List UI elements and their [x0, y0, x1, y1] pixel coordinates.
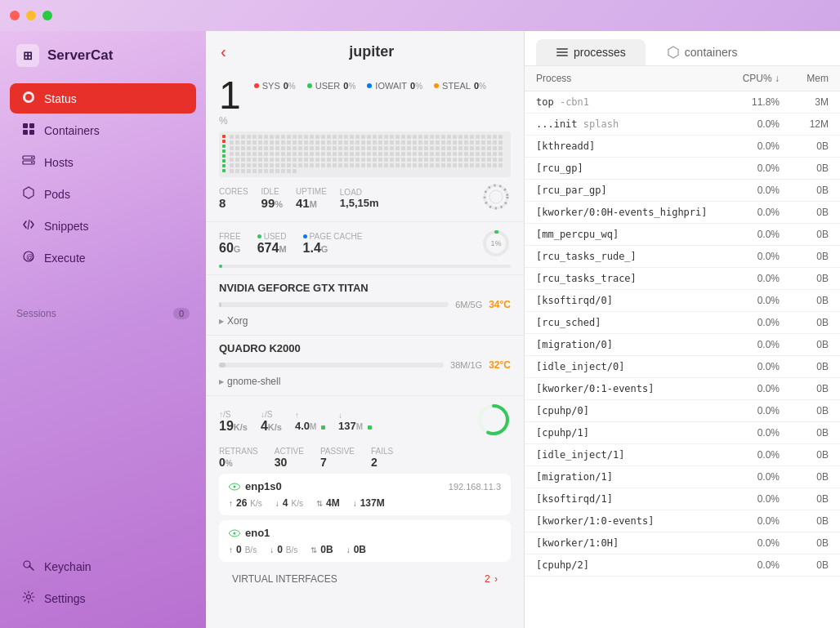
table-row[interactable]: top -cbn1 11.8% 3M: [525, 91, 840, 114]
sessions-badge: 0: [173, 308, 190, 319]
sidebar-item-status[interactable]: Status: [10, 83, 196, 114]
process-name-cell: [ksoftirqd/1]: [536, 493, 714, 505]
table-row[interactable]: [ksoftirqd/0] 0.0% 0B: [525, 290, 840, 312]
net-active: ACTIVE 30: [275, 447, 304, 469]
process-cpu-cell: 0.0%: [714, 207, 780, 218]
iowait-dot: [367, 83, 372, 88]
svg-rect-25: [556, 51, 568, 53]
svg-text:@: @: [26, 253, 34, 261]
table-row[interactable]: [mm_percpu_wq] 0.0% 0B: [525, 224, 840, 246]
process-name-cell: [kworker/1:0H]: [536, 537, 714, 549]
sessions-section: Sessions 0: [0, 298, 206, 326]
load-gauge: [481, 182, 511, 215]
svg-point-14: [27, 595, 31, 599]
process-cpu-cell: 0.0%: [714, 339, 780, 350]
minimize-button[interactable]: [26, 11, 36, 20]
execute-label: Execute: [44, 252, 86, 265]
table-row[interactable]: [ksoftirqd/1] 0.0% 0B: [525, 488, 840, 510]
process-cpu-cell: 0.0%: [714, 361, 780, 372]
process-mem-cell: 0B: [780, 427, 829, 439]
table-row[interactable]: [kworker/1:0-events] 0.0% 0B: [525, 510, 840, 532]
mem-gauge: 1%: [481, 229, 511, 258]
process-cpu-cell: 0.0%: [714, 185, 780, 196]
snippets-label: Snippets: [44, 220, 88, 233]
gpu1-bar: [219, 302, 449, 307]
table-row[interactable]: [kworker/1:0H] 0.0% 0B: [525, 532, 840, 555]
table-row[interactable]: [rcu_tasks_trace] 0.0% 0B: [525, 268, 840, 290]
process-name-cell: [kworker/1:0-events]: [536, 515, 714, 527]
sidebar-item-settings[interactable]: Settings: [10, 583, 196, 613]
process-cpu-cell: 0.0%: [714, 273, 780, 284]
mem-free: FREE 60G: [219, 232, 241, 256]
cpu-usage-number: 1: [219, 76, 241, 115]
process-name-cell: [ksoftirqd/0]: [536, 295, 714, 306]
close-button[interactable]: [10, 11, 20, 20]
sidebar-item-hosts[interactable]: Hosts: [10, 147, 196, 177]
table-row[interactable]: [idle_inject/0] 0.0% 0B: [525, 356, 840, 378]
cpu-section: 1 % SYS 0% USER 0%: [206, 69, 524, 221]
table-row[interactable]: [rcu_par_gp] 0.0% 0B: [525, 180, 840, 202]
table-row[interactable]: [kthreadd] 0.0% 0B: [525, 136, 840, 158]
steal-dot: [434, 83, 439, 88]
table-row[interactable]: [rcu_tasks_rude_] 0.0% 0B: [525, 246, 840, 268]
virtual-interfaces-label: VIRTUAL INTERFACES: [232, 573, 337, 585]
tab-containers[interactable]: containers: [647, 39, 757, 65]
table-row[interactable]: [cpuhp/1] 0.0% 0B: [525, 422, 840, 444]
maximize-button[interactable]: [42, 11, 52, 20]
table-row[interactable]: [idle_inject/1] 0.0% 0B: [525, 444, 840, 466]
table-row[interactable]: [kworker/0:0H-events_highpri] 0.0% 0B: [525, 202, 840, 224]
cpu-steal-legend: STEAL 0%: [434, 81, 486, 91]
table-row[interactable]: [rcu_gp] 0.0% 0B: [525, 158, 840, 180]
svg-rect-4: [23, 130, 28, 135]
svg-line-10: [28, 220, 29, 229]
stats-panel: ‹ jupiter 1 % SYS 0%: [206, 31, 525, 628]
process-name-cell: [idle_inject/0]: [536, 361, 714, 372]
process-cpu-cell: 0.0%: [714, 427, 780, 439]
process-cpu-cell: 0.0%: [714, 317, 780, 328]
process-mem-cell: 0B: [780, 537, 829, 549]
table-row[interactable]: [rcu_sched] 0.0% 0B: [525, 312, 840, 334]
svg-point-9: [31, 162, 33, 163]
table-row[interactable]: [migration/1] 0.0% 0B: [525, 466, 840, 488]
table-row[interactable]: [migration/0] 0.0% 0B: [525, 334, 840, 356]
load-info: LOAD 1,5,15m: [340, 188, 379, 209]
gpu2-process: gnome-shell: [219, 374, 511, 389]
gpu2-section: QUADRO K2000 38M/1G 32°C gnome-shell: [206, 335, 524, 395]
process-name-cell: [rcu_gp]: [536, 163, 714, 174]
table-row[interactable]: ...init splash 0.0% 12M: [525, 114, 840, 136]
svg-rect-5: [29, 130, 34, 135]
gpu1-usage: 6M/5G: [455, 300, 482, 310]
svg-point-22: [234, 485, 236, 488]
gpu1-section: NVIDIA GEFORCE GTX TITAN 6M/5G 34°C Xorg: [206, 274, 524, 335]
table-row[interactable]: [kworker/0:1-events] 0.0% 0B: [525, 378, 840, 400]
process-cpu-cell: 11.8%: [714, 96, 780, 108]
process-cpu-cell: 0.0%: [714, 537, 780, 549]
mem-page-cache: PAGE CACHE 1.4G: [303, 232, 363, 256]
svg-rect-2: [23, 123, 28, 128]
sidebar-item-pods[interactable]: Pods: [10, 179, 196, 209]
back-button[interactable]: ‹: [221, 42, 226, 61]
process-cpu-cell: 0.0%: [714, 163, 780, 174]
iface-eno1-down: ↓ 0 B/s: [270, 544, 297, 555]
process-cpu-cell: 0.0%: [714, 229, 780, 240]
sidebar-item-containers[interactable]: Containers: [10, 115, 196, 145]
cores-info: CORES 8: [219, 187, 248, 210]
process-mem-cell: 0B: [780, 515, 829, 527]
sidebar-item-execute[interactable]: @ Execute: [10, 243, 196, 273]
table-row[interactable]: [cpuhp/0] 0.0% 0B: [525, 400, 840, 422]
process-name-cell: [kworker/0:0H-events_highpri]: [536, 207, 714, 218]
gpu1-temp: 34°C: [489, 299, 511, 310]
sidebar-item-snippets[interactable]: Snippets: [10, 211, 196, 241]
process-name-cell: [mm_percpu_wq]: [536, 229, 714, 240]
process-name-cell: [rcu_par_gp]: [536, 185, 714, 196]
execute-icon: @: [21, 250, 36, 265]
uptime-info: UPTIME 41M: [296, 187, 327, 210]
tab-processes[interactable]: processes: [536, 39, 646, 65]
process-table: Process CPU% ↓ Mem top -cbn1 11.8% 3M ..…: [525, 66, 840, 628]
process-name-cell: [migration/0]: [536, 339, 714, 350]
svg-rect-24: [556, 48, 568, 50]
net-upload: ↑/S 19K/s: [219, 410, 248, 434]
virtual-interfaces-row[interactable]: VIRTUAL INTERFACES 2 ›: [219, 567, 511, 591]
table-row[interactable]: [cpuhp/2] 0.0% 0B: [525, 555, 840, 577]
sidebar-item-keychain[interactable]: Keychain: [10, 551, 196, 581]
